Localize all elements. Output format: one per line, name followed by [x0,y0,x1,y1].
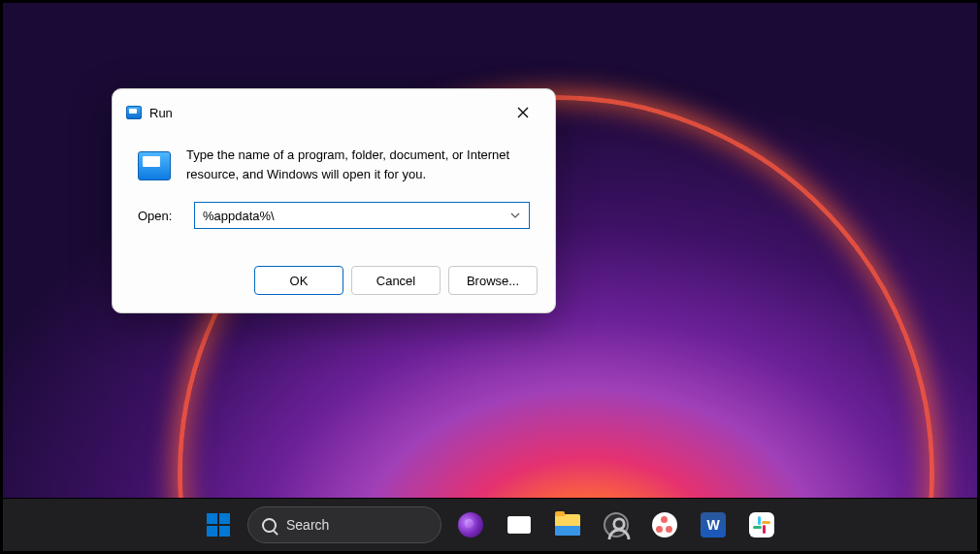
windows-logo-icon [207,513,230,537]
open-combobox[interactable] [194,202,530,229]
info-text: Type the name of a program, folder, docu… [186,146,530,184]
slack-icon [749,512,774,538]
run-icon [126,106,142,119]
cancel-button[interactable]: Cancel [351,266,441,295]
close-button[interactable] [505,98,541,127]
browse-button[interactable]: Browse... [448,266,538,295]
taskview-icon [507,516,531,534]
svg-point-0 [614,519,624,529]
word-button[interactable]: W [694,505,733,544]
folder-icon [555,514,580,536]
run-large-icon [138,151,171,180]
asana-icon [652,512,677,538]
close-icon [517,107,529,118]
chevron-down-icon[interactable] [509,210,521,221]
ok-button[interactable]: OK [254,266,343,295]
word-icon: W [701,512,726,538]
asana-button[interactable] [645,505,684,544]
desktop-wallpaper: Run Type the name of a program, folder, … [3,3,977,551]
taskbar: Search W [3,498,977,551]
window-title: Run [149,106,173,120]
task-view-button[interactable] [500,505,539,544]
open-input[interactable] [203,209,509,223]
people-button[interactable] [597,505,636,544]
copilot-button[interactable] [451,505,490,544]
search-icon [262,518,277,533]
person-icon [604,512,629,538]
taskbar-search[interactable]: Search [247,506,441,543]
run-dialog: Run Type the name of a program, folder, … [112,88,556,313]
copilot-icon [458,512,483,538]
start-button[interactable] [199,505,238,544]
open-label: Open: [138,209,180,223]
search-placeholder: Search [286,517,329,533]
title-bar: Run [113,89,555,128]
slack-button[interactable] [742,505,781,544]
file-explorer-button[interactable] [548,505,587,544]
